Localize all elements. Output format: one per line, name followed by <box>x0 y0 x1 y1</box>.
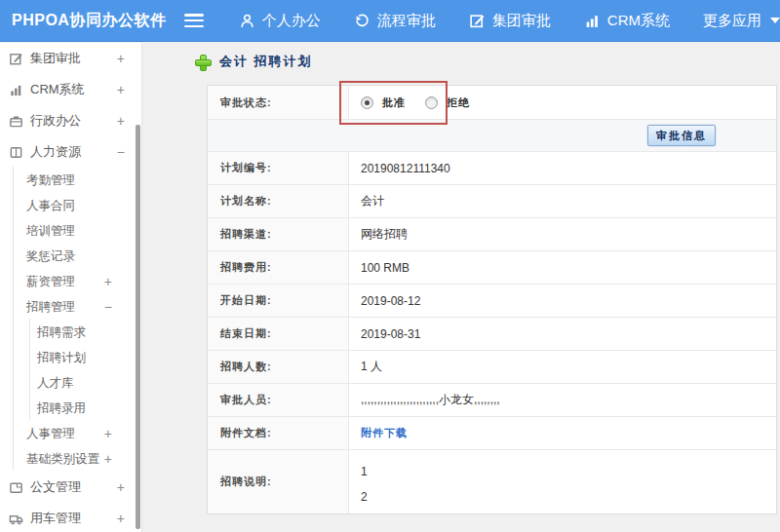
topnav-item-3[interactable]: 集团审批 <box>469 12 551 30</box>
sidebar-item-6[interactable]: 人事合同 <box>0 193 141 218</box>
expand-toggle-icon[interactable]: + <box>117 113 125 129</box>
sidebar-item-1[interactable]: 集团审批+ <box>0 43 141 74</box>
topnav-label: 个人办公 <box>262 12 321 30</box>
sidebar-item-label: 培训管理 <box>26 223 75 240</box>
radio-approve-icon[interactable] <box>361 96 373 109</box>
app-brand: PHPOA协同办公软件 <box>0 11 184 31</box>
page-title: 会计 招聘计划 <box>195 53 313 70</box>
radio-reject[interactable]: 拒绝 <box>425 95 470 110</box>
sidebar-item-14[interactable]: 招聘录用 <box>0 396 141 421</box>
field-value: 2019-08-31 <box>349 318 776 350</box>
bar-chart-icon <box>584 13 601 29</box>
sidebar-item-label: 用车管理 <box>30 510 81 527</box>
sidebar-item-label: 薪资管理 <box>26 274 75 290</box>
topnav-item-5[interactable]: 更多应用 <box>703 12 780 30</box>
table-row-status: 审批状态: 批准 拒绝 <box>208 86 776 120</box>
radio-reject-icon[interactable] <box>425 96 438 109</box>
field-value: 20190812111340 <box>349 152 776 184</box>
sidebar-scrollbar[interactable] <box>136 125 140 529</box>
sidebar-item-17[interactable]: 公文管理+ <box>0 472 141 503</box>
sidebar-item-12[interactable]: 招聘计划 <box>0 345 141 370</box>
expand-toggle-icon[interactable]: + <box>117 511 125 526</box>
expand-toggle-icon[interactable]: + <box>117 51 125 66</box>
sidebar-item-label: 招聘需求 <box>37 324 86 341</box>
field-label: 招聘渠道: <box>208 218 349 250</box>
expand-toggle-icon[interactable]: − <box>117 144 125 160</box>
sidebar-item-13[interactable]: 人才库 <box>0 370 141 396</box>
sidebar-item-11[interactable]: 招聘需求 <box>0 320 141 345</box>
sidebar-item-7[interactable]: 培训管理 <box>0 218 141 244</box>
description-line: 1 <box>361 459 776 484</box>
radio-approve[interactable]: 批准 <box>361 95 406 110</box>
table-row: 计划编号:20190812111340 <box>208 152 776 185</box>
sidebar-item-label: 招聘录用 <box>37 400 86 417</box>
topnav-label: 流程审批 <box>377 12 436 30</box>
topnav-item-1[interactable]: 个人办公 <box>239 12 321 30</box>
sidebar-item-label: 奖惩记录 <box>26 248 75 265</box>
sidebar-item-8[interactable]: 奖惩记录 <box>0 244 141 269</box>
menu-toggle-icon[interactable] <box>184 14 204 27</box>
edit-icon <box>8 51 23 66</box>
sidebar-item-16[interactable]: 基础类别设置+ <box>0 446 141 472</box>
field-value: 会计 <box>349 185 776 217</box>
field-value: 100 RMB <box>349 251 776 284</box>
table-row: 招聘费用:100 RMB <box>208 251 776 285</box>
field-label: 招聘费用: <box>208 251 349 284</box>
table-row: 开始日期:2019-08-12 <box>208 285 776 318</box>
attachment-download-link[interactable]: 附件下载 <box>349 417 776 449</box>
sidebar-item-label: 基础类别设置 <box>26 451 99 468</box>
sidebar-item-15[interactable]: 人事管理+ <box>0 421 141 446</box>
expand-toggle-icon[interactable]: − <box>104 299 112 315</box>
sidebar-item-10[interactable]: 招聘管理− <box>0 294 141 320</box>
field-value: 12 <box>349 450 776 513</box>
sidebar-item-label: 招聘管理 <box>26 299 75 316</box>
sidebar-item-label: 招聘计划 <box>37 350 86 366</box>
table-row: 招聘渠道:网络招聘 <box>208 218 776 251</box>
field-label: 计划编号: <box>208 152 349 184</box>
field-value: 1 人 <box>349 351 776 383</box>
caret-down-icon <box>770 18 780 23</box>
field-label: 结束日期: <box>208 318 349 350</box>
sidebar-item-3[interactable]: 行政办公+ <box>0 105 141 136</box>
main-content: 会计 招聘计划 审批状态: 批准 拒绝 <box>143 43 780 532</box>
app-window: PHPOA协同办公软件 个人办公流程审批集团审批CRM系统更多应用 集团审批+C… <box>0 0 780 532</box>
topnav-label: CRM系统 <box>607 12 670 30</box>
truck-icon <box>8 511 23 526</box>
sidebar-item-label: CRM系统 <box>30 81 85 98</box>
sidebar-item-label: 考勤管理 <box>26 172 75 189</box>
page-title-text: 会计 招聘计划 <box>219 53 313 70</box>
sidebar-item-5[interactable]: 考勤管理 <box>0 168 141 193</box>
sidebar-item-label: 人事合同 <box>26 198 75 214</box>
sidebar: 集团审批+CRM系统+行政办公+人力资源−考勤管理人事合同培训管理奖惩记录薪资管… <box>0 43 142 532</box>
table-row: 结束日期:2019-08-31 <box>208 318 776 351</box>
sidebar-item-18[interactable]: 用车管理+ <box>0 503 141 532</box>
table-row: 审批人员:,,,,,,,,,,,,,,,,,,,,,,,,小龙女,,,,,,,, <box>208 384 776 417</box>
topnav-label: 集团审批 <box>492 12 551 30</box>
detail-form-table: 审批状态: 批准 拒绝 审批信息 <box>207 85 777 514</box>
sidebar-item-label: 人事管理 <box>26 426 75 442</box>
sidebar-item-2[interactable]: CRM系统+ <box>0 74 141 105</box>
approval-info-button[interactable]: 审批信息 <box>647 125 716 146</box>
top-navigation: 个人办公流程审批集团审批CRM系统更多应用 <box>239 12 780 30</box>
expand-toggle-icon[interactable]: + <box>117 479 125 495</box>
history-icon <box>354 13 370 29</box>
sidebar-item-label: 人才库 <box>37 375 74 392</box>
field-label: 招聘人数: <box>208 351 349 383</box>
approval-status-radio-group: 批准 拒绝 <box>361 95 470 110</box>
expand-toggle-icon[interactable]: + <box>104 426 112 441</box>
tree-guide-line <box>13 167 14 471</box>
expand-toggle-icon[interactable]: + <box>104 451 112 467</box>
sidebar-item-label: 公文管理 <box>30 478 81 496</box>
topnav-item-4[interactable]: CRM系统 <box>584 12 670 30</box>
topnav-label: 更多应用 <box>703 12 761 30</box>
sidebar-item-4[interactable]: 人力资源− <box>0 136 141 168</box>
briefcase-icon <box>8 113 23 129</box>
expand-toggle-icon[interactable]: + <box>117 82 125 97</box>
expand-toggle-icon[interactable]: + <box>104 274 112 289</box>
description-line: 2 <box>361 484 776 510</box>
tree-guide-line <box>29 319 30 420</box>
sidebar-item-9[interactable]: 薪资管理+ <box>0 269 141 294</box>
topnav-item-2[interactable]: 流程审批 <box>354 12 436 30</box>
field-label: 审批人员: <box>208 384 349 416</box>
add-plus-icon <box>195 55 210 69</box>
